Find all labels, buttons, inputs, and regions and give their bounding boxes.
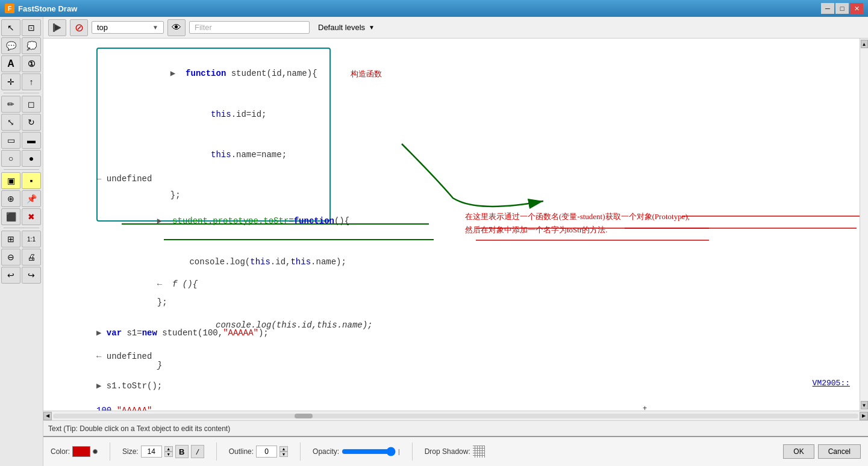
- zoom-1to1-tool[interactable]: 1:1: [22, 231, 41, 247]
- outline-input[interactable]: [256, 446, 277, 458]
- opacity-label: Opacity:: [313, 447, 339, 456]
- svg-marker-0: [54, 24, 61, 31]
- title-bar: F FastStone Draw ─ □ ✕: [0, 0, 868, 17]
- svg-rect-1: [53, 23, 55, 32]
- left-toolbar: ↖ ⊡ 💬 💭 A ① ✛ ↑ ✏ ◻ ⤡ ↻ ▭ ▬ ○ ●: [0, 17, 43, 466]
- scope-dropdown[interactable]: top ▼: [92, 21, 164, 34]
- drop-shadow-grid[interactable]: [473, 446, 485, 458]
- filter-placeholder: Filter: [195, 23, 212, 32]
- zoom-fit-tool[interactable]: ⊞: [1, 231, 20, 247]
- annotation-constructor: 构造函数: [351, 69, 382, 79]
- outline-down-button[interactable]: ▼: [279, 452, 288, 457]
- italic-button[interactable]: /: [191, 445, 204, 458]
- default-levels-arrow-icon: ▼: [369, 24, 375, 31]
- horizontal-scrollbar[interactable]: ◀ ▶: [43, 411, 868, 420]
- eraser-tool[interactable]: ◻: [22, 96, 41, 113]
- opacity-section: Opacity: |: [313, 447, 400, 456]
- size-up-button[interactable]: ▲: [164, 446, 173, 452]
- output-undefined-1: ← undefined: [96, 174, 152, 184]
- size-down-button[interactable]: ▼: [164, 452, 173, 457]
- play-button[interactable]: [48, 19, 66, 36]
- top-toolbar: ⊘ top ▼ 👁 Filter Default levels ▼: [43, 17, 868, 39]
- code-line-2: this.id=id;: [110, 94, 317, 134]
- pin-tool[interactable]: 📌: [22, 190, 41, 207]
- dialog-buttons: OK Cancel: [783, 444, 861, 459]
- vm-reference: VM2905::: [813, 379, 850, 388]
- text-outline-tool[interactable]: ①: [22, 55, 41, 72]
- callout-tool[interactable]: 💭: [22, 37, 41, 54]
- screenshot-tool[interactable]: ⬛: [1, 208, 20, 225]
- default-levels-dropdown[interactable]: Default levels ▼: [313, 22, 379, 33]
- eye-button[interactable]: 👁: [167, 19, 186, 36]
- divider-4: [412, 443, 413, 461]
- maximize-button[interactable]: □: [835, 3, 849, 14]
- close-button[interactable]: ✕: [850, 3, 863, 14]
- crop-tool[interactable]: ⊡: [22, 19, 41, 36]
- scroll-thumb[interactable]: [295, 414, 313, 418]
- print-tool[interactable]: 🖨: [22, 249, 41, 266]
- zoom-out-tool[interactable]: ⊖: [1, 249, 20, 266]
- opacity-slider[interactable]: [342, 447, 396, 456]
- filter-input[interactable]: Filter: [189, 21, 310, 34]
- drop-shadow-label: Drop Shadow:: [425, 447, 470, 456]
- circle-tool[interactable]: ○: [1, 150, 20, 167]
- yellow-marker-tool[interactable]: ▣: [1, 172, 20, 189]
- size-section: Size: ▲ ▼ B /: [122, 445, 204, 458]
- rotate-tool[interactable]: ↻: [22, 114, 41, 131]
- sticky-tool[interactable]: ▪: [22, 172, 41, 189]
- scroll-right-button[interactable]: ▶: [860, 412, 868, 420]
- resize-tool[interactable]: ⤡: [1, 114, 20, 131]
- size-label: Size:: [122, 447, 139, 456]
- annotation-prototype: 在这里表示通过一个函数名(变量-student)获取一个对象(Prototype…: [465, 210, 690, 237]
- drop-shadow-section: Drop Shadow:: [425, 446, 485, 458]
- ok-button[interactable]: OK: [783, 444, 814, 459]
- outline-up-button[interactable]: ▲: [279, 446, 288, 452]
- bottom-toolbar: Color: Size: ▲ ▼ B / Outline:: [43, 436, 868, 466]
- default-levels-label: Default levels: [318, 23, 365, 32]
- scope-value: top: [97, 23, 108, 32]
- cancel-button[interactable]: Cancel: [818, 444, 861, 459]
- size-input[interactable]: [141, 446, 162, 458]
- scroll-left-button[interactable]: ◀: [43, 412, 52, 420]
- filled-circle-tool[interactable]: ●: [22, 150, 41, 167]
- code-line-1: ▶ function student(id,name){: [110, 54, 317, 94]
- vertical-scrollbar[interactable]: ▲ ▼: [860, 39, 868, 411]
- output-100-aaaaa: 100 "AAAAA": [96, 406, 152, 411]
- zoom-in-tool[interactable]: ⊕: [1, 190, 20, 207]
- color-label: Color:: [51, 447, 70, 456]
- code-line-s1: ▶ var s1=new student(100,"AAAAA");: [96, 328, 269, 338]
- color-dot[interactable]: [93, 449, 98, 454]
- scroll-up-button[interactable]: ▲: [861, 40, 868, 48]
- redo-tool[interactable]: ↪: [22, 267, 41, 284]
- move-up-tool[interactable]: ↑: [22, 73, 41, 90]
- move-tool[interactable]: ✛: [1, 73, 20, 90]
- pencil-tool[interactable]: ✏: [1, 96, 20, 113]
- bold-button[interactable]: B: [175, 445, 189, 458]
- color-section: Color:: [51, 446, 98, 457]
- stop-button[interactable]: ⊘: [70, 19, 88, 36]
- color-swatch[interactable]: [72, 446, 90, 457]
- undo-tool[interactable]: ↩: [1, 267, 20, 284]
- text-tool[interactable]: A: [1, 55, 20, 72]
- speech-bubble-tool[interactable]: 💬: [1, 37, 20, 54]
- outline-stepper[interactable]: ▲ ▼: [279, 446, 288, 457]
- scroll-down-button[interactable]: ▼: [861, 401, 868, 409]
- filled-rect-tool[interactable]: ▬: [22, 132, 41, 149]
- code-content: ▶ function student(id,name){ this.id=id;…: [43, 39, 868, 411]
- app-icon: F: [5, 4, 14, 13]
- status-bar: Text (Tip: Double click on a Text object…: [43, 420, 868, 436]
- rectangle-tool[interactable]: ▭: [1, 132, 20, 149]
- canvas-area: + ▶ function student(id,name){ this.id=i…: [43, 39, 868, 411]
- code-line-3: this.name=name;: [110, 134, 317, 175]
- divider-3: [300, 443, 301, 461]
- minimize-button[interactable]: ─: [821, 3, 834, 14]
- size-stepper[interactable]: ▲ ▼: [164, 446, 173, 457]
- status-text: Text (Tip: Double click on a Text object…: [48, 424, 230, 433]
- outline-section: Outline: ▲ ▼: [229, 446, 288, 458]
- select-tool[interactable]: ↖: [1, 19, 20, 36]
- play-icon: [53, 23, 61, 32]
- scroll-track: [53, 414, 858, 418]
- code-block-3: ← f (){ console.log(this.id,this.name); …: [96, 264, 372, 386]
- close-red-tool[interactable]: ✖: [22, 208, 41, 225]
- code-line-tostr: ▶ s1.toStr();: [96, 381, 162, 391]
